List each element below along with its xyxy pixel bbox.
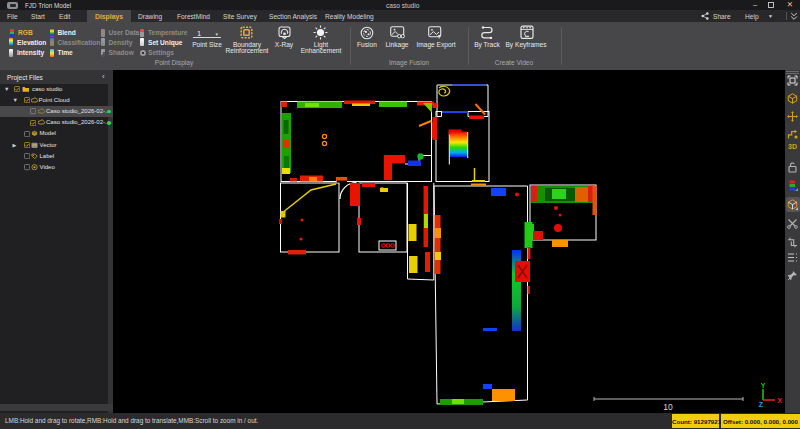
svg-text:10: 10	[663, 402, 673, 412]
svg-text:Z: Z	[759, 401, 764, 408]
svg-text:X: X	[777, 397, 782, 404]
svg-text:Y: Y	[761, 382, 766, 389]
